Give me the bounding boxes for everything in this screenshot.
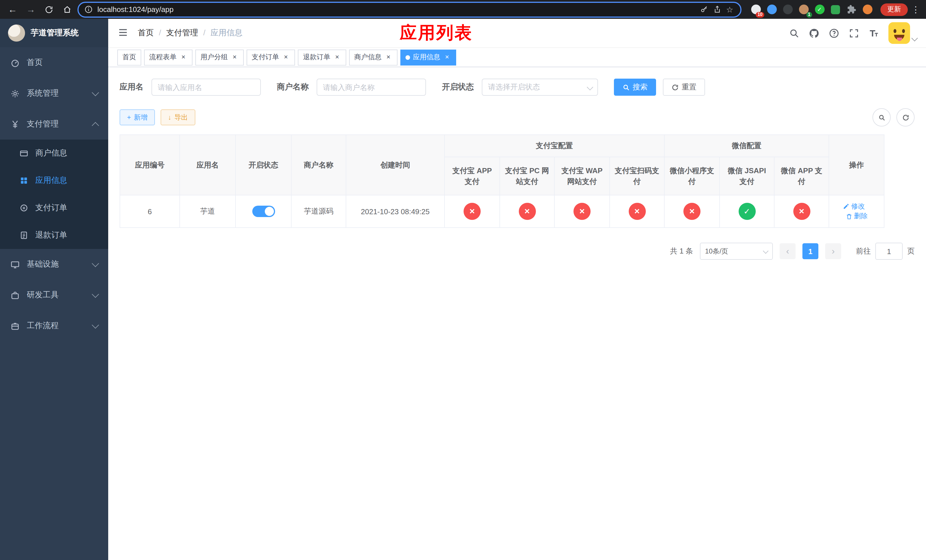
sidebar-item-app-info[interactable]: 应用信息: [0, 167, 108, 194]
refresh-button[interactable]: [41, 2, 57, 17]
home-button[interactable]: [59, 2, 75, 17]
close-icon[interactable]: ×: [443, 53, 451, 61]
help-icon[interactable]: [829, 28, 840, 38]
avatar: [888, 22, 910, 44]
page-size-value: 10条/页: [705, 247, 728, 256]
extension-icon-3[interactable]: [781, 3, 794, 16]
back-button[interactable]: ←: [5, 2, 21, 17]
app-name-input[interactable]: [151, 79, 261, 96]
sidebar-item-dev-tools[interactable]: 研发工具: [0, 280, 108, 310]
sidebar-item-refund-orders[interactable]: 退款订单: [0, 222, 108, 249]
cell-merchant-name: 芋道源码: [291, 195, 346, 228]
sidebar-item-label: 首页: [27, 58, 43, 68]
browser-update-button[interactable]: 更新: [881, 3, 908, 16]
user-menu[interactable]: [888, 22, 917, 44]
next-page-button[interactable]: ›: [825, 243, 841, 259]
tab-app-info[interactable]: 应用信息 ×: [400, 49, 456, 65]
sidebar-item-payment-orders[interactable]: 支付订单: [0, 194, 108, 222]
tab-process-form[interactable]: 流程表单 ×: [144, 49, 192, 65]
sidebar-item-home[interactable]: 首页: [0, 47, 108, 78]
column-group-wechat: 微信配置: [664, 135, 829, 157]
forward-button[interactable]: →: [23, 2, 39, 17]
active-dot: [406, 55, 410, 59]
extensions-area: 10 1 ✓: [749, 3, 874, 16]
app-logo[interactable]: 芋道管理系统: [0, 19, 108, 47]
tab-payment-orders[interactable]: 支付订单 ×: [247, 49, 295, 65]
refresh-table-button[interactable]: [896, 108, 915, 127]
github-icon[interactable]: [809, 28, 820, 38]
font-size-icon[interactable]: [869, 28, 879, 38]
export-button[interactable]: ↓ 导出: [160, 109, 195, 125]
add-button[interactable]: + 新增: [120, 109, 155, 125]
goto-label: 前往: [856, 246, 871, 256]
breadcrumb-home[interactable]: 首页: [138, 28, 166, 38]
chevron-down-icon: [587, 84, 593, 91]
hamburger-icon[interactable]: [117, 27, 130, 39]
cell-alipay-wap: [554, 195, 610, 228]
sidebar-item-workflow[interactable]: 工作流程: [0, 310, 108, 341]
close-icon[interactable]: ×: [179, 53, 188, 61]
search-button[interactable]: 搜索: [614, 79, 656, 96]
cell-alipay-qr: [610, 195, 664, 228]
site-info-icon[interactable]: [84, 5, 93, 14]
extension-icon-5[interactable]: ✓: [813, 3, 826, 16]
delete-button[interactable]: 删除: [846, 211, 868, 221]
refresh-icon: [44, 5, 53, 14]
url-text[interactable]: localhost:1024/pay/app: [97, 5, 173, 14]
close-icon[interactable]: ×: [333, 53, 341, 61]
sidebar-item-system[interactable]: 系统管理: [0, 78, 108, 109]
app-window: 芋道管理系统 首页 系统管理 支付管理: [0, 19, 926, 560]
goto-page-input[interactable]: [875, 243, 903, 260]
column-header-create-time: 创建时间: [346, 135, 445, 195]
filter-status: 开启状态 请选择开启状态: [442, 79, 598, 96]
column-header-status: 开启状态: [236, 135, 291, 195]
browser-profile-avatar[interactable]: [861, 3, 874, 16]
tab-refund-orders[interactable]: 退款订单 ×: [298, 49, 346, 65]
bookmark-star-icon[interactable]: ☆: [726, 5, 735, 14]
edit-button[interactable]: 修改: [843, 201, 865, 211]
sidebar-item-merchant-info[interactable]: 商户信息: [0, 139, 108, 167]
sidebar-item-label: 支付管理: [27, 119, 59, 129]
password-key-icon[interactable]: [700, 5, 708, 14]
chevron-down-icon: [763, 248, 769, 254]
extension-icon-4[interactable]: 1: [797, 3, 810, 16]
cell-wx-app: [774, 195, 829, 228]
wx-app-status-icon: [793, 203, 810, 220]
prev-page-button[interactable]: ‹: [780, 243, 796, 259]
page-size-select[interactable]: 10条/页: [700, 243, 773, 260]
status-toggle[interactable]: [252, 206, 275, 217]
status-select[interactable]: 请选择开启状态: [482, 79, 598, 96]
close-icon[interactable]: ×: [282, 53, 290, 61]
sidebar-item-infrastructure[interactable]: 基础设施: [0, 249, 108, 280]
sidebar-item-payment[interactable]: 支付管理: [0, 109, 108, 139]
search-icon[interactable]: [789, 28, 800, 38]
extension-icon-6[interactable]: [829, 3, 842, 16]
share-icon[interactable]: [713, 5, 722, 14]
page-number-button[interactable]: 1: [802, 243, 819, 259]
url-bar[interactable]: localhost:1024/pay/app ☆: [77, 2, 741, 17]
tab-merchant-info[interactable]: 商户信息 ×: [349, 49, 398, 65]
breadcrumb: 首页 支付管理 应用信息: [138, 28, 243, 38]
monitor-icon: [10, 259, 20, 269]
extension-icon-2[interactable]: [766, 3, 778, 16]
app-name-label: 应用名: [120, 82, 144, 92]
sidebar-item-label: 系统管理: [27, 88, 59, 98]
card-icon: [20, 149, 29, 158]
extensions-puzzle-icon[interactable]: [845, 3, 858, 16]
cell-alipay-pc: [500, 195, 554, 228]
tags-view: 首页 流程表单 × 用户分组 × 支付订单 × 退款订单 ×: [108, 48, 926, 67]
browser-menu-button[interactable]: ⋮: [910, 4, 921, 15]
tab-home[interactable]: 首页: [117, 49, 141, 65]
close-icon[interactable]: ×: [384, 53, 392, 61]
tab-user-group[interactable]: 用户分组 ×: [195, 49, 244, 65]
toggle-search-button[interactable]: [873, 108, 891, 127]
trash-icon: [846, 213, 852, 219]
reset-button[interactable]: 重置: [663, 79, 705, 96]
fullscreen-icon[interactable]: [849, 28, 859, 38]
search-icon: [622, 83, 630, 91]
close-icon[interactable]: ×: [231, 53, 239, 61]
sidebar-item-label: 研发工具: [27, 290, 59, 300]
merchant-name-input[interactable]: [317, 79, 426, 96]
grid-icon: [20, 176, 29, 185]
extension-icon-1[interactable]: 10: [749, 3, 762, 16]
